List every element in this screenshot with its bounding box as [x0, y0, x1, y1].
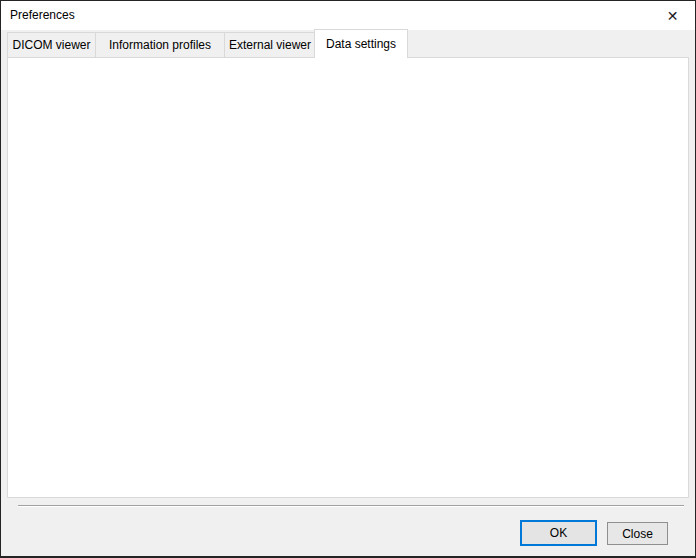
close-button[interactable]: Close	[607, 522, 668, 545]
tab-dicom-viewer[interactable]: DICOM viewer	[7, 32, 95, 58]
data-settings-panel	[7, 57, 689, 498]
tab-data-settings[interactable]: Data settings	[314, 29, 408, 58]
tab-information-profiles[interactable]: Information profiles	[95, 32, 225, 58]
preferences-dialog: Preferences ✕ DICOM viewer Information p…	[0, 0, 696, 558]
tab-external-viewer[interactable]: External viewer	[225, 32, 316, 58]
tab-label: Data settings	[326, 37, 396, 51]
titlebar: Preferences ✕	[1, 1, 695, 30]
ok-button[interactable]: OK	[520, 520, 597, 546]
button-label: Close	[622, 527, 653, 541]
close-icon: ✕	[667, 8, 679, 24]
tab-label: External viewer	[229, 38, 311, 52]
window-title: Preferences	[10, 8, 75, 22]
footer-separator	[18, 505, 684, 507]
window-close-button[interactable]: ✕	[650, 1, 695, 30]
button-label: OK	[550, 526, 567, 540]
tab-label: DICOM viewer	[12, 38, 90, 52]
tab-label: Information profiles	[109, 38, 211, 52]
